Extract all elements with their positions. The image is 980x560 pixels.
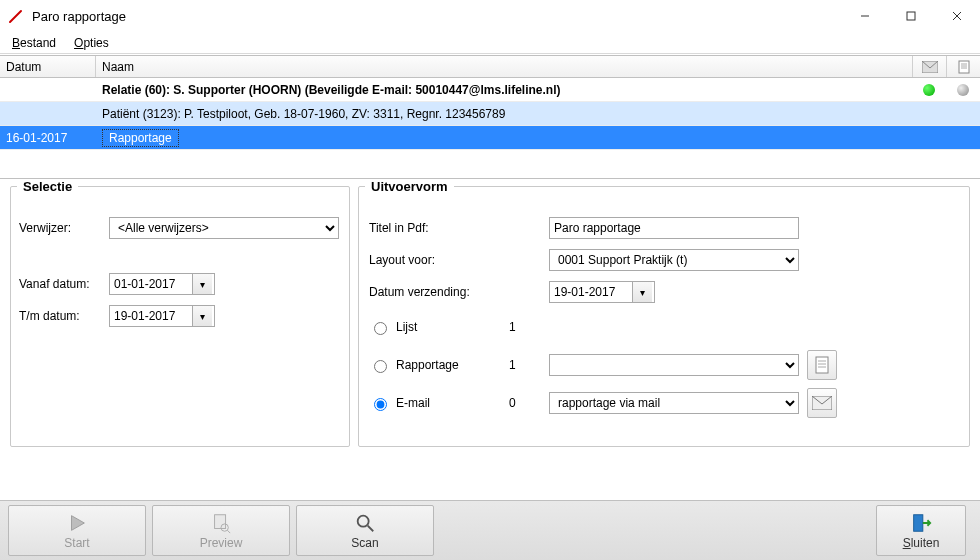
svg-rect-8 — [914, 514, 923, 531]
email-count: 0 — [509, 396, 549, 410]
cell-naam-label: Rapportage — [102, 129, 179, 147]
preview-button[interactable]: Preview — [152, 505, 290, 556]
layout-label: Layout voor: — [369, 253, 549, 267]
form-area: Selectie Verwijzer: <Alle verwijzers> Va… — [0, 179, 980, 500]
title-bar: Paro rapportage — [0, 0, 980, 32]
verwijzer-combo[interactable]: <Alle verwijzers> — [109, 217, 339, 239]
row-relatie[interactable]: Relatie (60): S. Supporter (HOORN) (Beve… — [0, 78, 980, 102]
start-button[interactable]: Start — [8, 505, 146, 556]
tm-datum-label: T/m datum: — [19, 309, 109, 323]
menu-opties[interactable]: Opties — [74, 36, 109, 50]
verzending-datum-text[interactable] — [550, 282, 632, 302]
cell-status-doc — [946, 84, 980, 96]
rapportage-count: 1 — [509, 358, 549, 372]
menu-opties-rest: pties — [83, 36, 108, 50]
vanaf-datum-input[interactable]: ▾ — [109, 273, 215, 295]
play-icon — [66, 512, 88, 534]
group-uitvoer-legend: Uitvoervorm — [365, 179, 454, 194]
col-header-datum[interactable]: Datum — [0, 56, 96, 77]
window-title: Paro rapportage — [32, 9, 126, 24]
app-icon — [8, 8, 24, 24]
col-header-doc-icon[interactable] — [946, 56, 980, 77]
envelope-icon — [812, 396, 832, 410]
group-uitvoervorm: Uitvoervorm Titel in Pdf: Layout voor: 0… — [358, 179, 970, 447]
maximize-button[interactable] — [888, 0, 934, 32]
sluiten-label: Sluiten — [903, 536, 940, 550]
bottom-toolbar: Start Preview Scan Sluiten — [0, 500, 980, 560]
tm-datum-text[interactable] — [110, 306, 192, 326]
radio-email-input[interactable] — [374, 398, 387, 411]
status-dot-green — [923, 84, 935, 96]
radio-lijst[interactable]: Lijst — [369, 319, 509, 335]
cell-datum: 16-01-2017 — [0, 131, 96, 145]
radio-rapportage-label: Rapportage — [396, 358, 459, 372]
verzending-label: Datum verzending: — [369, 285, 549, 299]
titel-input[interactable] — [549, 217, 799, 239]
chevron-down-icon[interactable]: ▾ — [632, 282, 652, 302]
sluiten-button[interactable]: Sluiten — [876, 505, 966, 556]
radio-rapportage-input[interactable] — [374, 360, 387, 373]
chevron-down-icon[interactable]: ▾ — [192, 306, 212, 326]
door-exit-icon — [910, 512, 932, 534]
rapportage-combo[interactable] — [549, 354, 799, 376]
radio-email-label: E-mail — [396, 396, 430, 410]
vanaf-datum-text[interactable] — [110, 274, 192, 294]
group-selectie-legend: Selectie — [17, 179, 78, 194]
grid-empty-space — [0, 150, 980, 178]
svg-rect-5 — [215, 514, 226, 528]
cell-status-mail — [912, 84, 946, 96]
magnifier-icon — [354, 512, 376, 534]
vanaf-datum-label: Vanaf datum: — [19, 277, 109, 291]
svg-rect-3 — [816, 357, 828, 373]
preview-label: Preview — [200, 536, 243, 550]
verwijzer-label: Verwijzer: — [19, 221, 109, 235]
start-label: Start — [64, 536, 89, 550]
titel-label: Titel in Pdf: — [369, 221, 549, 235]
close-button[interactable] — [934, 0, 980, 32]
cell-naam: Rapportage — [96, 129, 912, 147]
grid-header: Datum Naam — [0, 56, 980, 78]
svg-rect-2 — [959, 61, 969, 73]
preview-icon — [210, 512, 232, 534]
group-selectie: Selectie Verwijzer: <Alle verwijzers> Va… — [10, 179, 350, 447]
row-rapportage[interactable]: 16-01-2017 Rapportage — [0, 126, 980, 150]
cell-naam: Relatie (60): S. Supporter (HOORN) (Beve… — [96, 83, 912, 97]
data-grid: Datum Naam Relatie (60): S. Supporter (H… — [0, 55, 980, 179]
cell-naam: Patiënt (3123): P. Testpiloot, Geb. 18-0… — [96, 107, 912, 121]
menu-bestand-rest: estand — [20, 36, 56, 50]
row-patient[interactable]: Patiënt (3123): P. Testpiloot, Geb. 18-0… — [0, 102, 980, 126]
menu-bestand[interactable]: Bestand — [12, 36, 56, 50]
document-icon — [814, 356, 830, 374]
rapportage-doc-button[interactable] — [807, 350, 837, 380]
minimize-button[interactable] — [842, 0, 888, 32]
verzending-datum-input[interactable]: ▾ — [549, 281, 655, 303]
svg-point-7 — [358, 515, 369, 526]
radio-email[interactable]: E-mail — [369, 395, 509, 411]
radio-lijst-label: Lijst — [396, 320, 417, 334]
radio-lijst-input[interactable] — [374, 322, 387, 335]
svg-rect-0 — [907, 12, 915, 20]
lijst-count: 1 — [509, 320, 549, 334]
tm-datum-input[interactable]: ▾ — [109, 305, 215, 327]
scan-label: Scan — [351, 536, 378, 550]
col-header-naam[interactable]: Naam — [96, 56, 912, 77]
layout-combo[interactable]: 0001 Support Praktijk (t) — [549, 249, 799, 271]
status-dot-grey — [957, 84, 969, 96]
scan-button[interactable]: Scan — [296, 505, 434, 556]
chevron-down-icon[interactable]: ▾ — [192, 274, 212, 294]
radio-rapportage[interactable]: Rapportage — [369, 357, 509, 373]
menu-bar: Bestand Opties — [0, 32, 980, 54]
email-combo[interactable]: rapportage via mail — [549, 392, 799, 414]
email-send-button[interactable] — [807, 388, 837, 418]
col-header-mail-icon[interactable] — [912, 56, 946, 77]
